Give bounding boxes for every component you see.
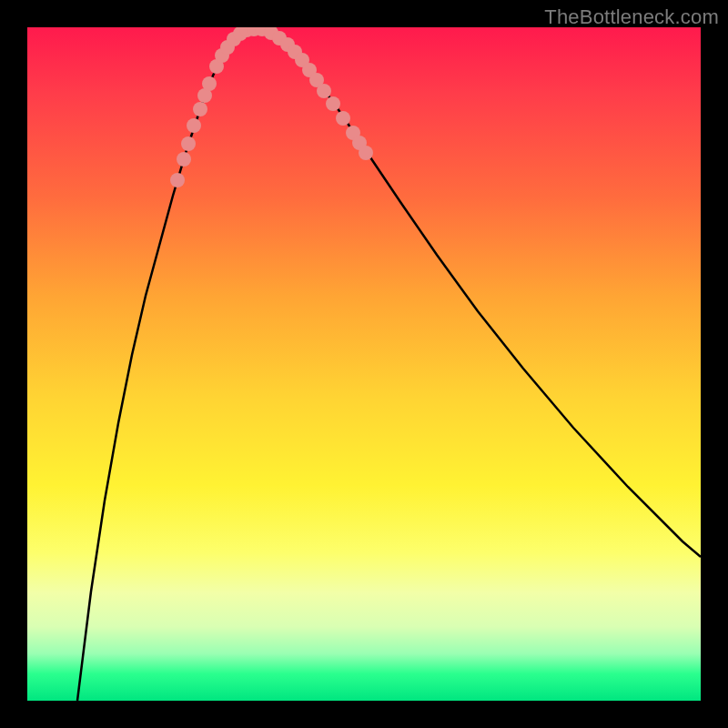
bottleneck-curve-path — [77, 29, 701, 701]
marker-dot — [193, 102, 207, 116]
marker-group — [170, 27, 373, 187]
marker-dot — [202, 76, 217, 91]
marker-dot — [359, 146, 373, 160]
marker-dot — [170, 173, 185, 187]
marker-dot — [336, 111, 350, 126]
marker-dot — [177, 152, 191, 167]
chart-frame: TheBottleneck.com — [0, 0, 728, 728]
marker-dot — [317, 84, 331, 98]
marker-dot — [326, 96, 340, 111]
plot-area — [27, 27, 701, 701]
watermark-text: TheBottleneck.com — [544, 5, 719, 29]
marker-dot — [181, 136, 196, 151]
marker-dot — [187, 118, 201, 133]
curve-svg — [27, 27, 701, 701]
